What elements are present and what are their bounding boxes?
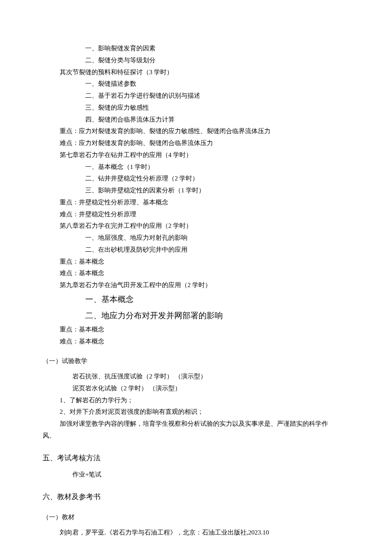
list-item: 三、裂缝的应力敏感性: [43, 102, 349, 114]
section-line: 其次节裂缝的预料和特征探讨（3 学时）: [43, 67, 349, 78]
key-point: 重点：应力对裂缝发育的影响、裂缝的应力敏感性、裂缝闭合临界流体压力: [43, 125, 349, 137]
heading-text: 教材: [62, 513, 75, 520]
list-item: 一、裂缝描述参数: [43, 78, 349, 90]
body-text: 加强对课堂教学内容的理解，培育学生视察和分析试验的实力以及实事求是、严谨踏实的科…: [43, 418, 349, 430]
list-item: 三、影响井壁稳定性的因素分析（1 学时）: [43, 185, 349, 197]
list-item: 二、钻井井壁稳定性分析原理（2 学时）: [43, 173, 349, 185]
body-text: 作业+笔试: [43, 469, 349, 481]
heading-paren: （一）: [43, 514, 62, 520]
key-point: 重点：井壁稳定性分析原理、基本概念: [43, 197, 349, 209]
list-item: 一、基本概念（1 学时）: [43, 161, 349, 173]
body-text: 1、了解岩石的力学行为；: [43, 395, 349, 407]
experiment-line: 岩石抗张、抗压强度试验（2 学时） （演示型）: [43, 371, 349, 383]
list-item: 一、基本概念: [43, 291, 349, 308]
difficulty-point: 难点：基本概念: [43, 336, 349, 348]
list-item: 二、地应力分布对开发并网部署的影响: [43, 308, 349, 324]
document-page: 一、影响裂缝发育的因素 二、裂缝分类与等级划分 其次节裂缝的预料和特征探讨（3 …: [0, 0, 392, 555]
chapter-heading: 第九章岩石力学在油气田开发工程中的应用（2 学时）: [43, 279, 349, 291]
list-item: 一、影响裂缝发育的因素: [43, 43, 349, 55]
section-heading: 六、教材及参考书: [43, 490, 349, 503]
section-heading: 五、考试考核方法: [43, 451, 349, 465]
list-item: 二、裂缝分类与等级划分: [43, 55, 349, 67]
list-item: 二、基于岩石力学进行裂缝的识别与描述: [43, 90, 349, 102]
list-item: 四、裂缝闭合临界流体压力计算: [43, 114, 349, 126]
chapter-heading: 第八章岩石力学在完井工程中的应用（2 学时）: [43, 220, 349, 232]
body-text: 2、对井下介质对泥页岩强度的影响有直观的相识；: [43, 406, 349, 418]
difficulty-point: 难点：井壁稳定性分析原理: [43, 209, 349, 221]
subsection-heading: （一）试验教学: [43, 355, 349, 367]
body-text: 风。: [43, 430, 349, 442]
list-item: 二、在出砂机理及防砂完井中的应用: [43, 244, 349, 256]
key-point: 重点：基本概念: [43, 324, 349, 336]
reference-line: 刘向君，罗平亚.《岩石力学与石油工程》，北京：石油工业出版社,2023.10: [43, 527, 349, 539]
list-item: 一、地层强度、地应力对射孔的影响: [43, 232, 349, 244]
difficulty-point: 难点：基本概念: [43, 267, 349, 279]
heading-paren: （一）: [43, 357, 62, 364]
subsection-heading: （一）教材: [43, 511, 349, 523]
chapter-heading: 第七章岩石力学在钻井工程中的应用（4 学时）: [43, 149, 349, 161]
difficulty-point: 难点：应力对裂缝发育的影响、裂缝闭合临界流体压力: [43, 137, 349, 149]
key-point: 重点：基本概念: [43, 256, 349, 268]
experiment-line: 泥页岩水化试验（2 学时） （演示型）: [43, 383, 349, 395]
heading-text: 试验教学: [62, 357, 87, 364]
